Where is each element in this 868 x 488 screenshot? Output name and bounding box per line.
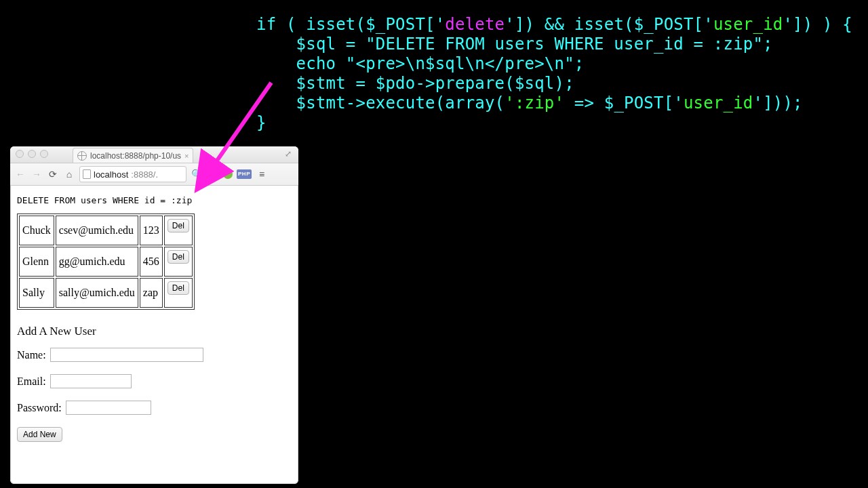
- page-icon: [83, 169, 91, 179]
- user-pw: 123: [140, 216, 163, 245]
- user-pw: zap: [140, 278, 163, 308]
- add-new-button[interactable]: Add New: [17, 427, 62, 442]
- code-line-1: if ( isset($_POST['delete']) && isset($_…: [256, 15, 852, 34]
- label-name: Name:: [17, 349, 46, 361]
- user-name: Chuck: [19, 216, 54, 245]
- user-email: gg@umich.edu: [56, 247, 138, 277]
- sql-echo-output: DELETE FROM users WHERE id = :zip: [17, 195, 292, 205]
- window-traffic-lights: [16, 150, 48, 158]
- window-zoom-icon[interactable]: [40, 150, 48, 158]
- php-code-block: if ( isset($_POST['delete']) && isset($_…: [256, 15, 852, 133]
- table-row: Sally sally@umich.edu zap Del: [19, 278, 193, 308]
- home-button[interactable]: ⌂: [63, 169, 75, 180]
- window-close-icon[interactable]: [16, 150, 24, 158]
- zoom-icon[interactable]: 🔍: [191, 169, 203, 180]
- globe-icon: [77, 151, 87, 161]
- add-user-heading: Add A New User: [17, 325, 292, 338]
- delete-button[interactable]: Del: [167, 281, 189, 295]
- menu-icon[interactable]: ≡: [256, 169, 268, 180]
- user-name: Sally: [19, 278, 54, 308]
- address-host: localhost: [94, 169, 128, 180]
- user-pw: 456: [140, 247, 163, 277]
- label-password: Password:: [17, 402, 62, 414]
- fullscreen-icon[interactable]: ⤢: [285, 150, 293, 158]
- browser-tab[interactable]: localhost:8888/php-10/us ×: [73, 148, 193, 163]
- delete-button[interactable]: Del: [167, 219, 189, 232]
- window-minimize-icon[interactable]: [28, 150, 36, 158]
- password-input[interactable]: [66, 401, 151, 415]
- tab-close-icon[interactable]: ×: [184, 152, 189, 160]
- name-input[interactable]: [50, 348, 203, 362]
- code-line-6: }: [256, 113, 267, 132]
- php-badge-icon[interactable]: PHP: [237, 169, 252, 179]
- page-content: DELETE FROM users WHERE id = :zip Chuck …: [10, 186, 298, 447]
- email-input[interactable]: [50, 374, 132, 388]
- window-titlebar: localhost:8888/php-10/us × ⤢: [10, 146, 298, 163]
- delete-button[interactable]: Del: [167, 250, 189, 264]
- form-row-password: Password:: [17, 401, 292, 415]
- user-name: Glenn: [19, 247, 54, 277]
- code-line-5: $stmt->execute(array(':zip' => $_POST['u…: [256, 94, 803, 113]
- user-email: csev@umich.edu: [56, 216, 138, 245]
- form-row-name: Name:: [17, 348, 292, 362]
- tab-title: localhost:8888/php-10/us: [90, 151, 181, 161]
- users-table: Chuck csev@umich.edu 123 Del Glenn gg@um…: [17, 214, 195, 310]
- forward-button[interactable]: →: [31, 169, 43, 180]
- user-email: sally@umich.edu: [56, 278, 138, 308]
- reload-button[interactable]: ⟳: [47, 169, 59, 180]
- label-email: Email:: [17, 375, 46, 388]
- code-line-3: echo "<pre>\n$sql\n</pre>\n";: [256, 54, 584, 73]
- browser-window: localhost:8888/php-10/us × ⤢ ← → ⟳ ⌂ loc…: [10, 146, 298, 484]
- code-line-2: $sql = "DELETE FROM users WHERE user_id …: [256, 35, 773, 54]
- table-row: Chuck csev@umich.edu 123 Del: [19, 216, 193, 245]
- table-row: Glenn gg@umich.edu 456 Del: [19, 247, 193, 277]
- bookmark-icon[interactable]: ☆: [207, 169, 219, 180]
- extension-dot-icon[interactable]: [223, 169, 233, 179]
- back-button[interactable]: ←: [14, 169, 26, 180]
- address-rest: :8888/.: [131, 169, 158, 180]
- browser-toolbar: ← → ⟳ ⌂ localhost:8888/. 🔍 ☆ PHP ≡: [10, 163, 298, 186]
- form-row-email: Email:: [17, 374, 292, 388]
- code-line-4: $stmt = $pdo->prepare($sql);: [256, 74, 574, 93]
- address-bar[interactable]: localhost:8888/.: [79, 166, 186, 182]
